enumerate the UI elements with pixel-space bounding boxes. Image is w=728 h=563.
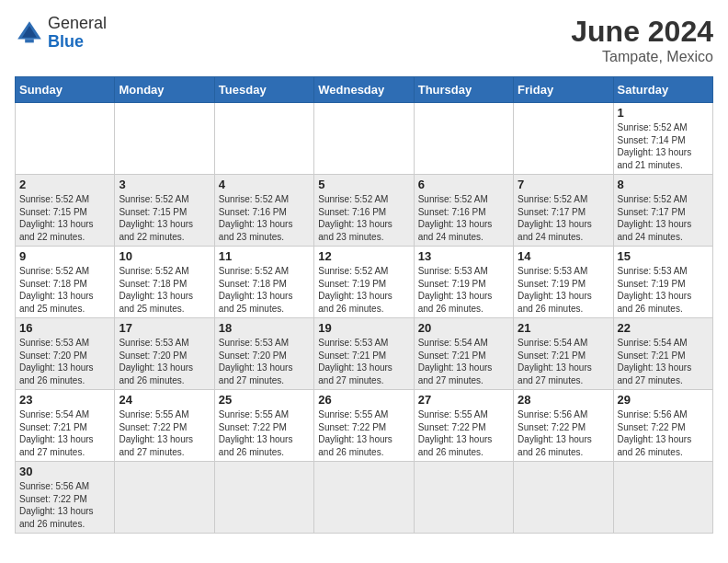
day-cell: 23Sunrise: 5:54 AMSunset: 7:21 PMDayligh…	[16, 390, 115, 462]
day-info: Sunrise: 5:52 AMSunset: 7:18 PMDaylight:…	[119, 265, 210, 315]
day-info: Sunrise: 5:53 AMSunset: 7:19 PMDaylight:…	[618, 265, 709, 315]
day-number: 24	[119, 393, 210, 407]
day-number: 18	[219, 321, 310, 335]
svg-rect-2	[25, 39, 34, 42]
day-cell	[613, 462, 712, 534]
day-cell: 14Sunrise: 5:53 AMSunset: 7:19 PMDayligh…	[514, 247, 613, 318]
day-number: 30	[19, 465, 110, 478]
day-cell: 1Sunrise: 5:52 AMSunset: 7:14 PMDaylight…	[613, 103, 712, 175]
weekday-header-wednesday: Wednesday	[314, 77, 414, 103]
week-row-2: 2Sunrise: 5:52 AMSunset: 7:15 PMDaylight…	[16, 175, 713, 247]
day-cell: 8Sunrise: 5:52 AMSunset: 7:17 PMDaylight…	[613, 175, 712, 247]
week-row-1: 1Sunrise: 5:52 AMSunset: 7:14 PMDaylight…	[16, 103, 713, 175]
weekday-header-sunday: Sunday	[16, 77, 115, 103]
day-info: Sunrise: 5:53 AMSunset: 7:20 PMDaylight:…	[119, 337, 210, 386]
day-number: 7	[518, 178, 609, 191]
day-info: Sunrise: 5:56 AMSunset: 7:22 PMDaylight:…	[19, 480, 110, 530]
day-cell	[314, 103, 414, 175]
day-cell: 3Sunrise: 5:52 AMSunset: 7:15 PMDaylight…	[115, 175, 214, 247]
day-cell	[414, 462, 513, 534]
day-info: Sunrise: 5:52 AMSunset: 7:16 PMDaylight:…	[219, 193, 310, 243]
weekday-header-thursday: Thursday	[414, 77, 513, 103]
logo-text: General Blue	[48, 15, 107, 52]
day-info: Sunrise: 5:52 AMSunset: 7:17 PMDaylight:…	[618, 193, 709, 243]
day-cell: 21Sunrise: 5:54 AMSunset: 7:21 PMDayligh…	[514, 318, 613, 390]
day-number: 25	[219, 393, 310, 407]
day-cell	[514, 103, 613, 175]
day-info: Sunrise: 5:56 AMSunset: 7:22 PMDaylight:…	[618, 408, 709, 458]
day-cell	[314, 462, 414, 534]
day-number: 16	[19, 321, 110, 335]
day-info: Sunrise: 5:52 AMSunset: 7:15 PMDaylight:…	[19, 193, 110, 243]
day-number: 14	[518, 249, 609, 263]
week-row-4: 16Sunrise: 5:53 AMSunset: 7:20 PMDayligh…	[16, 318, 713, 390]
day-cell	[214, 103, 313, 175]
day-info: Sunrise: 5:53 AMSunset: 7:20 PMDaylight:…	[19, 337, 110, 386]
day-cell: 30Sunrise: 5:56 AMSunset: 7:22 PMDayligh…	[16, 462, 115, 534]
day-cell: 22Sunrise: 5:54 AMSunset: 7:21 PMDayligh…	[613, 318, 712, 390]
day-number: 2	[19, 178, 110, 191]
day-cell	[414, 103, 513, 175]
day-number: 8	[618, 178, 709, 191]
day-number: 17	[119, 321, 210, 335]
day-info: Sunrise: 5:55 AMSunset: 7:22 PMDaylight:…	[219, 408, 310, 458]
day-info: Sunrise: 5:53 AMSunset: 7:19 PMDaylight:…	[518, 265, 609, 315]
day-number: 5	[318, 178, 409, 191]
day-cell: 10Sunrise: 5:52 AMSunset: 7:18 PMDayligh…	[115, 247, 214, 318]
day-info: Sunrise: 5:54 AMSunset: 7:21 PMDaylight:…	[618, 337, 709, 386]
week-row-6: 30Sunrise: 5:56 AMSunset: 7:22 PMDayligh…	[16, 462, 713, 534]
day-number: 1	[618, 106, 709, 120]
day-cell	[115, 462, 214, 534]
day-info: Sunrise: 5:55 AMSunset: 7:22 PMDaylight:…	[318, 408, 409, 458]
location-subtitle: Tampate, Mexico	[571, 49, 713, 65]
weekday-header-monday: Monday	[115, 77, 214, 103]
day-cell: 6Sunrise: 5:52 AMSunset: 7:16 PMDaylight…	[414, 175, 513, 247]
week-row-5: 23Sunrise: 5:54 AMSunset: 7:21 PMDayligh…	[16, 390, 713, 462]
day-info: Sunrise: 5:53 AMSunset: 7:20 PMDaylight:…	[219, 337, 310, 386]
day-number: 6	[418, 178, 509, 191]
day-number: 4	[219, 178, 310, 191]
day-number: 28	[518, 393, 609, 407]
day-info: Sunrise: 5:52 AMSunset: 7:17 PMDaylight:…	[518, 193, 609, 243]
logo: General Blue	[15, 15, 107, 52]
day-cell: 5Sunrise: 5:52 AMSunset: 7:16 PMDaylight…	[314, 175, 414, 247]
day-cell	[514, 462, 613, 534]
day-cell: 12Sunrise: 5:52 AMSunset: 7:19 PMDayligh…	[314, 247, 414, 318]
day-info: Sunrise: 5:52 AMSunset: 7:19 PMDaylight:…	[318, 265, 409, 315]
day-number: 11	[219, 249, 310, 263]
day-cell: 9Sunrise: 5:52 AMSunset: 7:18 PMDaylight…	[16, 247, 115, 318]
day-cell: 20Sunrise: 5:54 AMSunset: 7:21 PMDayligh…	[414, 318, 513, 390]
logo-icon	[15, 18, 44, 48]
day-info: Sunrise: 5:54 AMSunset: 7:21 PMDaylight:…	[418, 337, 509, 386]
day-number: 12	[318, 249, 409, 263]
day-info: Sunrise: 5:55 AMSunset: 7:22 PMDaylight:…	[119, 408, 210, 458]
day-cell	[214, 462, 313, 534]
weekday-header-friday: Friday	[514, 77, 613, 103]
weekday-header-saturday: Saturday	[613, 77, 712, 103]
calendar-table: SundayMondayTuesdayWednesdayThursdayFrid…	[15, 76, 713, 534]
day-number: 10	[119, 249, 210, 263]
day-info: Sunrise: 5:53 AMSunset: 7:21 PMDaylight:…	[318, 337, 409, 386]
day-cell: 13Sunrise: 5:53 AMSunset: 7:19 PMDayligh…	[414, 247, 513, 318]
day-info: Sunrise: 5:52 AMSunset: 7:18 PMDaylight:…	[19, 265, 110, 315]
day-cell	[115, 103, 214, 175]
day-cell: 11Sunrise: 5:52 AMSunset: 7:18 PMDayligh…	[214, 247, 313, 318]
day-cell	[16, 103, 115, 175]
day-cell: 7Sunrise: 5:52 AMSunset: 7:17 PMDaylight…	[514, 175, 613, 247]
day-info: Sunrise: 5:54 AMSunset: 7:21 PMDaylight:…	[518, 337, 609, 386]
weekday-header-row: SundayMondayTuesdayWednesdayThursdayFrid…	[16, 77, 713, 103]
day-info: Sunrise: 5:52 AMSunset: 7:14 PMDaylight:…	[618, 121, 709, 171]
day-cell: 27Sunrise: 5:55 AMSunset: 7:22 PMDayligh…	[414, 390, 513, 462]
day-info: Sunrise: 5:52 AMSunset: 7:16 PMDaylight:…	[318, 193, 409, 243]
day-info: Sunrise: 5:52 AMSunset: 7:15 PMDaylight:…	[119, 193, 210, 243]
day-cell: 25Sunrise: 5:55 AMSunset: 7:22 PMDayligh…	[214, 390, 313, 462]
day-number: 26	[318, 393, 409, 407]
day-cell: 16Sunrise: 5:53 AMSunset: 7:20 PMDayligh…	[16, 318, 115, 390]
day-cell: 26Sunrise: 5:55 AMSunset: 7:22 PMDayligh…	[314, 390, 414, 462]
month-year-title: June 2024	[571, 15, 713, 49]
day-cell: 4Sunrise: 5:52 AMSunset: 7:16 PMDaylight…	[214, 175, 313, 247]
day-info: Sunrise: 5:52 AMSunset: 7:16 PMDaylight:…	[418, 193, 509, 243]
weekday-header-tuesday: Tuesday	[214, 77, 313, 103]
day-number: 22	[618, 321, 709, 335]
day-number: 29	[618, 393, 709, 407]
